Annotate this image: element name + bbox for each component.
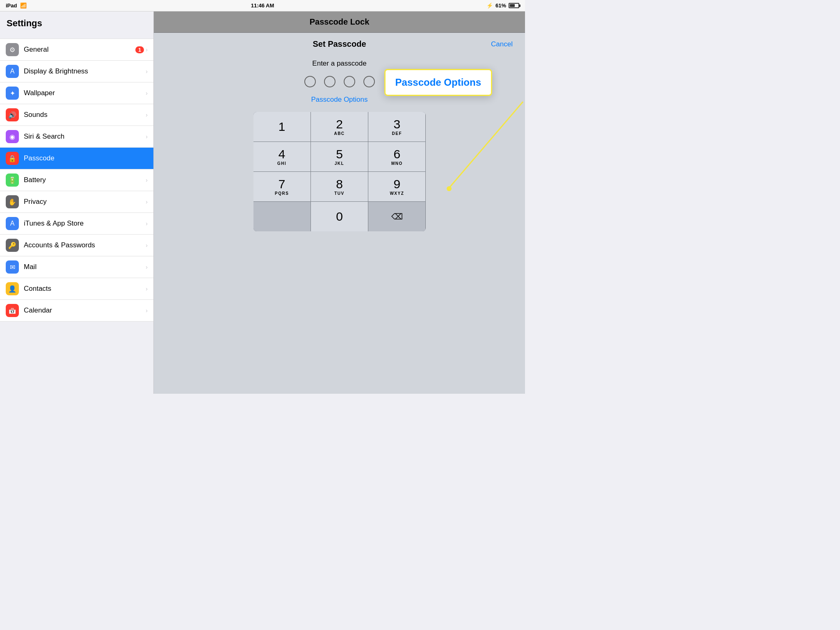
num-digit-4: 4	[278, 148, 285, 160]
label-calendar: Calendar	[24, 306, 144, 315]
icon-wallpaper: ✦	[6, 87, 19, 100]
num-digit-5: 5	[336, 148, 343, 160]
sidebar-item-battery[interactable]: 🔋Battery›	[0, 169, 153, 191]
sidebar-item-siri[interactable]: ◉Siri & Search›	[0, 126, 153, 148]
numpad: 12ABC3DEF4GHI5JKL6MNO7PQRS8TUV9WXYZ0⌫	[253, 112, 426, 231]
sidebar-item-wallpaper[interactable]: ✦Wallpaper›	[0, 82, 153, 104]
num-digit-3: 3	[393, 118, 400, 130]
num-key-5[interactable]: 5JKL	[311, 142, 368, 171]
dot-3	[344, 76, 355, 87]
status-bar: iPad 📶 11:46 AM ⚡ 61%	[0, 0, 525, 11]
num-key-3[interactable]: 3DEF	[368, 112, 425, 142]
callout-box: Passcode Options	[384, 69, 492, 96]
sidebar-item-display[interactable]: ADisplay & Brightness›	[0, 61, 153, 82]
wifi-icon: 📶	[20, 2, 27, 9]
sidebar-spacer	[0, 32, 153, 35]
num-key-4[interactable]: 4GHI	[253, 142, 310, 171]
modal-title: Set Passcode	[199, 39, 480, 49]
num-digit-7: 7	[278, 178, 285, 190]
num-digit-2: 2	[336, 118, 343, 130]
device-label: iPad	[6, 2, 17, 9]
sidebar-item-sounds[interactable]: 🔊Sounds›	[0, 104, 153, 126]
num-letters-8: TUV	[334, 191, 345, 196]
sidebar-item-contacts[interactable]: 👤Contacts›	[0, 278, 153, 300]
num-key-1[interactable]: 1	[253, 112, 310, 142]
num-key-empty	[253, 202, 310, 231]
icon-privacy: ✋	[6, 195, 19, 208]
modal-prompt: Enter a passcode	[312, 59, 366, 68]
battery-indicator	[509, 3, 519, 8]
label-sounds: Sounds	[24, 111, 144, 119]
num-letters-6: MNO	[391, 161, 403, 166]
battery-shell	[509, 3, 519, 8]
chevron-battery: ›	[146, 177, 148, 183]
num-digit-9: 9	[393, 178, 400, 190]
sidebar-item-general[interactable]: ⚙General1›	[0, 39, 153, 61]
sidebar-title: Settings	[0, 11, 153, 32]
icon-accounts: 🔑	[6, 239, 19, 252]
icon-display: A	[6, 65, 19, 78]
num-letters-2: ABC	[334, 131, 345, 136]
num-digit-1: 1	[278, 121, 285, 133]
icon-mail: ✉	[6, 260, 19, 274]
label-accounts: Accounts & Passwords	[24, 241, 144, 249]
num-key-6[interactable]: 6MNO	[368, 142, 425, 171]
num-key-7[interactable]: 7PQRS	[253, 172, 310, 201]
sidebar-item-privacy[interactable]: ✋Privacy›	[0, 191, 153, 213]
num-letters-5: JKL	[335, 161, 344, 166]
chevron-itunes: ›	[146, 220, 148, 227]
icon-siri: ◉	[6, 130, 19, 143]
label-contacts: Contacts	[24, 285, 144, 293]
icon-passcode: 🔒	[6, 152, 19, 165]
label-mail: Mail	[24, 263, 144, 271]
chevron-privacy: ›	[146, 199, 148, 205]
num-key-9[interactable]: 9WXYZ	[368, 172, 425, 201]
modal-cancel-button[interactable]: Cancel	[480, 40, 513, 48]
dot-2	[324, 76, 336, 87]
num-letters-3: DEF	[392, 131, 402, 136]
num-digit-6: 6	[393, 148, 400, 160]
right-panel: Passcode Lock Turn Passcode On Require P…	[154, 11, 525, 394]
label-siri: Siri & Search	[24, 132, 144, 141]
num-letters-9: WXYZ	[390, 191, 404, 196]
chevron-display: ›	[146, 68, 148, 75]
dot-1	[304, 76, 316, 87]
num-key-delete[interactable]: ⌫	[368, 202, 425, 231]
delete-icon: ⌫	[391, 212, 403, 221]
num-key-2[interactable]: 2ABC	[311, 112, 368, 142]
sidebar-item-accounts[interactable]: 🔑Accounts & Passwords›	[0, 235, 153, 256]
icon-calendar: 📅	[6, 304, 19, 317]
num-letters-4: GHI	[277, 161, 286, 166]
chevron-siri: ›	[146, 133, 148, 140]
icon-general: ⚙	[6, 43, 19, 56]
chevron-contacts: ›	[146, 285, 148, 292]
battery-percent: 61%	[495, 2, 506, 9]
label-wallpaper: Wallpaper	[24, 89, 144, 97]
chevron-sounds: ›	[146, 112, 148, 118]
label-battery: Battery	[24, 176, 144, 184]
sidebar-item-passcode[interactable]: 🔒Passcode	[0, 148, 153, 169]
status-left: iPad 📶	[6, 2, 27, 9]
sidebar-item-calendar[interactable]: 📅Calendar›	[0, 300, 153, 322]
label-itunes: iTunes & App Store	[24, 219, 144, 228]
callout-text: Passcode Options	[395, 77, 481, 88]
modal-header: Set Passcode Cancel	[154, 33, 525, 55]
icon-contacts: 👤	[6, 282, 19, 295]
passcode-dots	[304, 76, 375, 87]
label-display: Display & Brightness	[24, 67, 144, 75]
sidebar-section: ⚙General1›ADisplay & Brightness›✦Wallpap…	[0, 39, 153, 322]
chevron-accounts: ›	[146, 242, 148, 249]
num-key-8[interactable]: 8TUV	[311, 172, 368, 201]
num-digit-8: 8	[336, 178, 343, 190]
icon-sounds: 🔊	[6, 108, 19, 121]
sidebar-item-itunes[interactable]: AiTunes & App Store›	[0, 213, 153, 235]
bluetooth-icon: ⚡	[486, 2, 493, 9]
status-time: 11:46 AM	[251, 2, 274, 9]
chevron-general: ›	[146, 46, 148, 53]
passcode-options-link[interactable]: Passcode Options	[311, 96, 368, 104]
main-layout: Settings ⚙General1›ADisplay & Brightness…	[0, 11, 525, 394]
sidebar-item-mail[interactable]: ✉Mail›	[0, 256, 153, 278]
sidebar: Settings ⚙General1›ADisplay & Brightness…	[0, 11, 154, 394]
badge-general: 1	[135, 46, 144, 53]
num-key-0[interactable]: 0	[311, 202, 368, 231]
